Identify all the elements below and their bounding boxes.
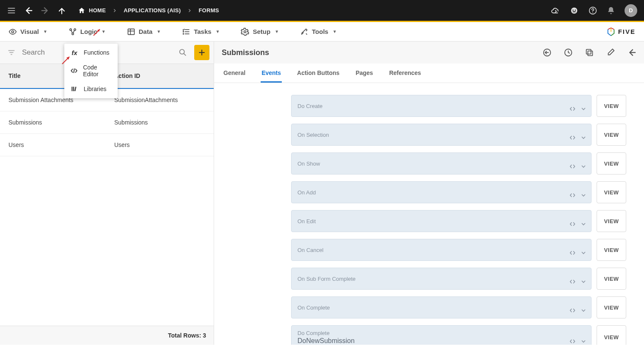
tab-references[interactable]: References xyxy=(388,64,422,83)
events-body: Do CreateVIEWOn SelectionVIEWOn ShowVIEW… xyxy=(214,83,644,345)
edit-icon[interactable] xyxy=(606,48,615,57)
code-icon[interactable] xyxy=(569,105,576,112)
view-button[interactable]: VIEW xyxy=(597,181,626,203)
toolbar-setup[interactable]: Setup ▼ xyxy=(241,28,279,36)
toolbar-logic-label: Logic xyxy=(80,28,97,35)
event-row: On Sub Form CompleteVIEW xyxy=(291,268,626,290)
cloud-sync-icon[interactable] xyxy=(551,6,560,15)
event-controls xyxy=(569,249,587,256)
svg-point-32 xyxy=(244,30,246,33)
column-action-id[interactable]: Action ID xyxy=(106,64,214,88)
tasks-icon xyxy=(182,28,190,36)
view-button[interactable]: VIEW xyxy=(597,268,626,290)
toolbar-visual[interactable]: Visual ▼ xyxy=(8,28,47,36)
avatar[interactable]: D xyxy=(625,4,637,17)
event-card[interactable]: On Edit xyxy=(291,210,592,232)
event-controls xyxy=(569,221,587,227)
chevron-down-icon[interactable] xyxy=(580,192,587,199)
code-icon[interactable] xyxy=(569,278,576,285)
logic-dropdown: fx Functions Code Editor Libraries xyxy=(64,44,118,98)
view-button[interactable]: VIEW xyxy=(597,124,626,146)
toolbar-logic[interactable]: Logic ▼ fx Functions Code Editor Librari… xyxy=(69,28,106,36)
table-icon xyxy=(127,28,135,36)
event-card[interactable]: On Cancel xyxy=(291,239,592,261)
code-icon[interactable] xyxy=(569,192,576,199)
view-button[interactable]: VIEW xyxy=(597,210,626,232)
svg-point-30 xyxy=(183,31,184,32)
svg-point-12 xyxy=(12,30,14,33)
tab-row: General Events Action Buttons Pages Refe… xyxy=(214,64,644,83)
toolbar-data[interactable]: Data ▼ xyxy=(127,28,161,36)
nav-up-icon[interactable] xyxy=(58,6,66,15)
svg-rect-44 xyxy=(586,50,591,54)
toolbar-tasks[interactable]: Tasks ▼ xyxy=(182,28,220,36)
back-icon[interactable] xyxy=(627,48,636,57)
chevron-down-icon[interactable] xyxy=(580,163,587,170)
view-button[interactable]: VIEW xyxy=(597,325,626,345)
chevron-down-icon[interactable] xyxy=(580,278,587,285)
menu-icon[interactable] xyxy=(7,6,16,15)
event-card[interactable]: Do Create xyxy=(291,95,592,117)
toolbar-setup-label: Setup xyxy=(253,28,270,35)
table-row[interactable]: Users Users xyxy=(0,134,214,156)
event-card[interactable]: On Complete xyxy=(291,296,592,318)
toolbar-tools[interactable]: Tools ▼ xyxy=(300,28,337,36)
chevron-down-icon[interactable] xyxy=(580,221,587,227)
tab-events[interactable]: Events xyxy=(261,64,282,83)
table-row[interactable]: Submissions Submissions xyxy=(0,111,214,134)
event-controls xyxy=(569,307,587,314)
tab-pages[interactable]: Pages xyxy=(355,64,374,83)
dropdown-caret-icon: ▼ xyxy=(216,29,220,34)
view-button[interactable]: VIEW xyxy=(597,152,626,174)
topbar-right: D xyxy=(551,4,637,17)
event-controls xyxy=(569,134,587,141)
filter-icon[interactable] xyxy=(7,48,16,57)
code-icon[interactable] xyxy=(569,163,576,170)
chevron-right-icon xyxy=(113,8,117,13)
add-button[interactable] xyxy=(194,45,209,60)
bell-icon[interactable] xyxy=(607,6,615,15)
logic-dropdown-code-editor[interactable]: Code Editor xyxy=(64,60,118,81)
event-card[interactable]: On Selection xyxy=(291,124,592,146)
chevron-down-icon[interactable] xyxy=(580,134,587,141)
view-button[interactable]: VIEW xyxy=(597,95,626,117)
undo-icon[interactable] xyxy=(542,48,552,57)
chevron-down-icon[interactable] xyxy=(580,105,587,112)
event-card[interactable]: On Show xyxy=(291,152,592,174)
view-button[interactable]: VIEW xyxy=(597,239,626,261)
tab-action-buttons[interactable]: Action Buttons xyxy=(296,64,340,83)
event-card[interactable]: Do CompleteDoNewSubmission xyxy=(291,325,592,345)
code-icon[interactable] xyxy=(569,307,576,314)
tab-general[interactable]: General xyxy=(223,64,246,83)
breadcrumb-applications[interactable]: APPLICATIONS (AIS) xyxy=(124,7,181,14)
logo: FIVE xyxy=(606,27,636,36)
top-bar: HOME APPLICATIONS (AIS) FORMS xyxy=(0,0,644,22)
code-icon[interactable] xyxy=(569,249,576,256)
help-icon[interactable] xyxy=(588,6,597,15)
chevron-down-icon[interactable] xyxy=(580,338,587,345)
dropdown-caret-icon: ▼ xyxy=(333,29,337,34)
code-icon[interactable] xyxy=(569,134,576,141)
breadcrumb-forms[interactable]: FORMS xyxy=(198,7,219,14)
event-card[interactable]: On Sub Form Complete xyxy=(291,268,592,290)
chevron-down-icon[interactable] xyxy=(580,249,587,256)
bot-icon[interactable] xyxy=(570,6,579,15)
code-icon[interactable] xyxy=(569,221,576,227)
view-button[interactable]: VIEW xyxy=(597,296,626,318)
history-icon[interactable] xyxy=(564,48,573,57)
logic-dropdown-libraries[interactable]: Libraries xyxy=(64,81,118,97)
breadcrumb-home[interactable]: HOME xyxy=(78,7,106,14)
nav-back-icon[interactable] xyxy=(24,6,33,15)
chevron-down-icon[interactable] xyxy=(580,307,587,314)
event-label: On Edit xyxy=(297,218,585,224)
copy-icon[interactable] xyxy=(585,48,594,57)
svg-point-7 xyxy=(572,9,574,11)
search-icon[interactable] xyxy=(178,48,187,57)
logic-dropdown-functions[interactable]: fx Functions xyxy=(64,45,118,60)
code-icon[interactable] xyxy=(569,338,576,345)
right-panel: Submissions General Events Action Button… xyxy=(214,42,644,345)
event-row: Do CompleteDoNewSubmissionVIEW xyxy=(291,325,626,345)
event-card[interactable]: On Add xyxy=(291,181,592,203)
library-icon xyxy=(70,85,79,93)
events-list: Do CreateVIEWOn SelectionVIEWOn ShowVIEW… xyxy=(291,95,626,345)
